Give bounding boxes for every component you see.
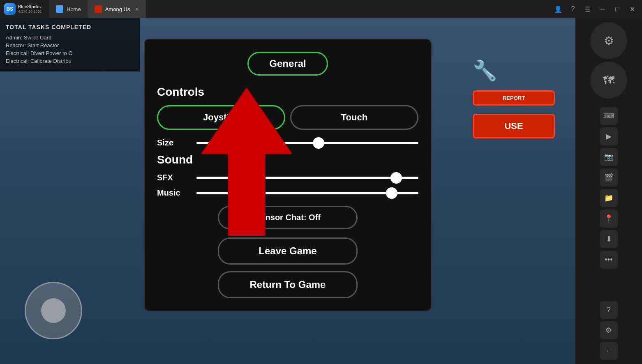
close-button[interactable]: ✕ — [626, 2, 639, 16]
music-slider-thumb[interactable] — [386, 187, 397, 199]
sfx-slider-row: SFX — [157, 173, 418, 182]
controls-section-title: Controls — [157, 85, 418, 99]
tasks-panel: TOTAL TASKS COMPLETED Admin: Swipe Card … — [0, 18, 140, 71]
task-item-1: Admin: Swipe Card — [6, 35, 134, 41]
maximize-button[interactable]: □ — [611, 2, 624, 16]
app-name: BlueStacks — [18, 4, 42, 9]
bluestacks-icon: BS — [4, 3, 16, 15]
music-slider-track[interactable] — [196, 192, 418, 194]
more-sidebar-button[interactable]: ••• — [600, 251, 618, 269]
return-to-game-button[interactable]: Return To Game — [218, 271, 358, 298]
home-tab-icon — [56, 5, 63, 13]
screenshot-sidebar-button[interactable]: 📷 — [600, 148, 618, 166]
controls-buttons-row: Joystick Touch — [157, 105, 418, 130]
general-tab-button[interactable]: General — [247, 52, 328, 76]
folder-sidebar-button[interactable]: 📁 — [600, 189, 618, 207]
titlebar: BS BlueStacks 4.230.20.1001 Home Among U… — [0, 0, 642, 18]
profile-button[interactable]: 👤 — [552, 2, 565, 16]
size-label: Size — [157, 138, 190, 147]
window-controls: 👤 ? ☰ ─ □ ✕ — [552, 2, 642, 16]
task-item-3: Electrical: Divert Power to O — [6, 50, 134, 56]
keyboard-sidebar-button[interactable]: ⌨ — [600, 107, 618, 125]
music-label: Music — [157, 188, 190, 198]
home-tab-label: Home — [67, 6, 81, 12]
size-slider-row: Size — [157, 138, 418, 147]
app-version: 4.230.20.1001 — [18, 9, 42, 14]
joystick-button[interactable]: Joystick — [157, 105, 285, 130]
size-slider-thumb[interactable] — [313, 137, 324, 149]
tab-among-us[interactable]: Among Us ✕ — [88, 0, 147, 18]
app-logo: BS BlueStacks 4.230.20.1001 — [0, 3, 49, 15]
sfx-slider-track[interactable] — [196, 177, 418, 179]
back-sidebar-button[interactable]: ← — [600, 342, 618, 360]
sfx-slider-thumb[interactable] — [390, 172, 402, 184]
among-us-tab-icon — [95, 5, 102, 13]
help-button[interactable]: ? — [566, 2, 580, 16]
minimize-button[interactable]: ─ — [596, 2, 609, 16]
report-badge[interactable]: REPORT — [473, 90, 555, 106]
task-item-2: Reactor: Start Reactor — [6, 42, 134, 48]
map-sidebar-button[interactable]: 🗺 — [590, 62, 627, 99]
right-sidebar: ⚙ 🗺 ⌨ ▶ 📷 🎬 📁 📍 ⬇ ••• ? ⚙ ← — [575, 18, 642, 364]
sound-section-title: Sound — [157, 153, 418, 166]
task-item-4: Electrical: Calibrate Distribu — [6, 58, 134, 64]
menu-button[interactable]: ☰ — [581, 2, 594, 16]
use-badge[interactable]: USE — [473, 114, 555, 138]
game-background: TOTAL TASKS COMPLETED Admin: Swipe Card … — [0, 18, 575, 364]
question-sidebar-button[interactable]: ? — [600, 301, 618, 319]
game-right-content: 🔧 REPORT USE — [473, 59, 555, 138]
tasks-title: TOTAL TASKS COMPLETED — [6, 24, 134, 30]
settings-sidebar-button[interactable]: ⚙ — [590, 22, 627, 59]
gear-small-sidebar-button[interactable]: ⚙ — [600, 321, 618, 339]
download-sidebar-button[interactable]: ⬇ — [600, 230, 618, 248]
among-us-tab-label: Among Us — [105, 6, 130, 12]
sfx-label: SFX — [157, 173, 190, 182]
close-tab-icon[interactable]: ✕ — [135, 6, 139, 12]
video-sidebar-button[interactable]: 🎬 — [600, 168, 618, 187]
location-sidebar-button[interactable]: 📍 — [600, 210, 618, 228]
joystick[interactable] — [25, 282, 82, 339]
joystick-inner — [41, 298, 66, 323]
size-slider-track[interactable] — [196, 142, 418, 144]
censor-chat-button[interactable]: Censor Chat: Off — [218, 206, 358, 229]
leave-game-button[interactable]: Leave Game — [218, 237, 358, 265]
cast-sidebar-button[interactable]: ▶ — [600, 127, 618, 145]
game-character: 🔧 — [473, 59, 555, 82]
tab-home[interactable]: Home — [49, 0, 88, 18]
music-slider-row: Music — [157, 188, 418, 198]
touch-button[interactable]: Touch — [290, 105, 418, 130]
settings-modal: General Controls Joystick Touch Size Sou… — [144, 39, 432, 311]
